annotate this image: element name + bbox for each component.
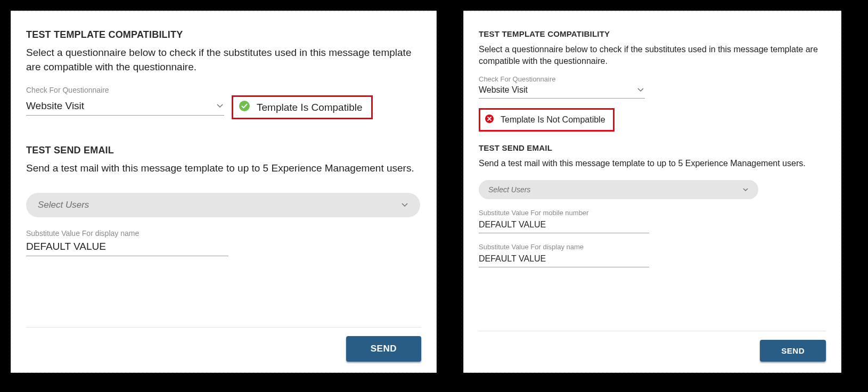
users-placeholder: Select Users bbox=[488, 185, 530, 194]
section-title-send: TEST SEND EMAIL bbox=[479, 143, 826, 152]
caret-down-icon bbox=[217, 104, 223, 108]
section-title-compat: TEST TEMPLATE COMPATIBILITY bbox=[26, 29, 421, 40]
substitute-input-mobile-number[interactable] bbox=[479, 218, 649, 233]
users-multiselect[interactable]: Select Users bbox=[26, 193, 420, 217]
section-title-send: TEST SEND EMAIL bbox=[26, 145, 421, 156]
chevron-down-icon bbox=[401, 202, 408, 208]
section-title-compat: TEST TEMPLATE COMPATIBILITY bbox=[479, 29, 826, 38]
compat-status-text: Template Is Compatible bbox=[257, 102, 363, 113]
questionnaire-select-value: Website Visit bbox=[479, 85, 528, 95]
compat-status-badge: Template Is Compatible bbox=[232, 95, 373, 119]
panel-not-compatible: TEST TEMPLATE COMPATIBILITY Select a que… bbox=[463, 11, 841, 373]
users-placeholder: Select Users bbox=[38, 200, 89, 210]
send-button[interactable]: SEND bbox=[760, 340, 826, 362]
questionnaire-select[interactable]: Website Visit bbox=[479, 84, 645, 99]
send-description: Send a test mail with this message templ… bbox=[26, 161, 421, 176]
x-circle-icon bbox=[485, 114, 494, 126]
substitute-input-display-name[interactable] bbox=[26, 239, 228, 256]
users-multiselect[interactable]: Select Users bbox=[479, 180, 758, 199]
compat-description: Select a questionnaire below to check if… bbox=[479, 44, 826, 68]
questionnaire-select-label: Check For Questionnaire bbox=[26, 86, 421, 94]
caret-down-icon bbox=[637, 88, 644, 92]
substitute-label: Substitute Value For display name bbox=[479, 243, 826, 251]
questionnaire-select[interactable]: Website Visit bbox=[26, 99, 224, 116]
svg-point-0 bbox=[239, 101, 250, 111]
panel-compatible: TEST TEMPLATE COMPATIBILITY Select a que… bbox=[11, 11, 437, 373]
send-description: Send a test mail with this message templ… bbox=[479, 158, 826, 169]
questionnaire-select-value: Website Visit bbox=[26, 100, 84, 112]
chevron-down-icon bbox=[742, 187, 749, 192]
compat-status-badge: Template Is Not Compatible bbox=[479, 108, 615, 132]
check-circle-icon bbox=[239, 100, 250, 115]
substitute-label: Substitute Value For display name bbox=[26, 229, 421, 238]
compat-status-text: Template Is Not Compatible bbox=[501, 115, 605, 125]
card-footer: SEND bbox=[26, 327, 421, 372]
substitute-label: Substitute Value For mobile number bbox=[479, 209, 826, 217]
compat-description: Select a questionnaire below to check if… bbox=[26, 46, 421, 74]
card-footer: SEND bbox=[479, 331, 826, 372]
send-button[interactable]: SEND bbox=[346, 336, 421, 362]
substitute-input-display-name[interactable] bbox=[479, 252, 649, 267]
questionnaire-select-label: Check For Questionnaire bbox=[479, 75, 826, 83]
